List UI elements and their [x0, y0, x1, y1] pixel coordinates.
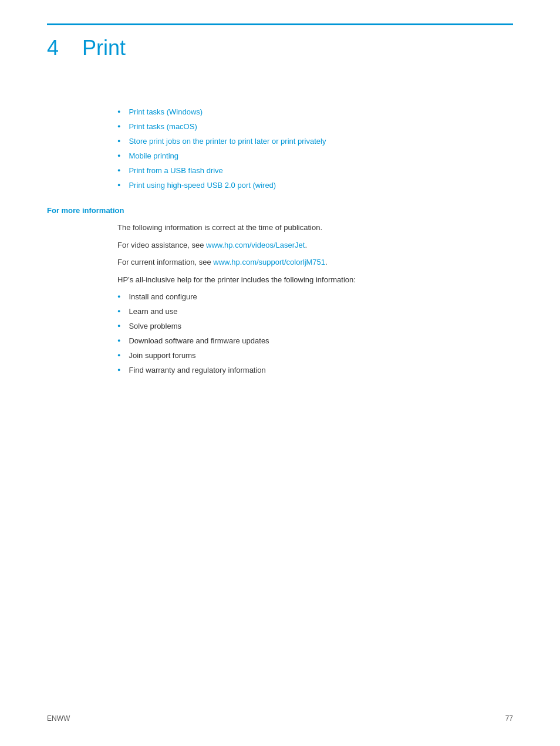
footer-left: ENWW [47, 714, 70, 723]
list-item: Solve problems [117, 322, 513, 330]
toc-link-usb-wired[interactable]: Print using high-speed USB 2.0 port (wir… [129, 181, 276, 190]
info-list: Install and configure Learn and use Solv… [117, 292, 513, 374]
list-item: Find warranty and regulatory information [117, 366, 513, 374]
list-item: Print tasks (macOS) [117, 122, 513, 131]
body-paragraph-4: HP’s all-inclusive help for the printer … [117, 274, 513, 286]
toc-link-windows[interactable]: Print tasks (Windows) [129, 107, 203, 116]
list-item: Print tasks (Windows) [117, 107, 513, 116]
footer-right: 77 [505, 714, 513, 723]
chapter-header: 4 Print [47, 36, 513, 60]
toc-link-usb-flash[interactable]: Print from a USB flash drive [129, 166, 222, 175]
section-heading: For more information [47, 206, 513, 215]
chapter-title: Print [82, 36, 126, 60]
body-paragraph-3: For current information, see www.hp.com/… [117, 256, 513, 268]
list-item: Download software and firmware updates [117, 336, 513, 345]
hp-support-link[interactable]: www.hp.com/support/colorljM751 [213, 258, 325, 266]
list-item: Install and configure [117, 292, 513, 301]
list-item: Print from a USB flash drive [117, 166, 513, 175]
page: 4 Print Print tasks (Windows) Print task… [0, 0, 560, 746]
list-item: Mobile printing [117, 151, 513, 160]
toc-list: Print tasks (Windows) Print tasks (macOS… [117, 107, 513, 190]
list-item: Store print jobs on the printer to print… [117, 137, 513, 146]
footer: ENWW 77 [47, 714, 513, 723]
list-item: Print using high-speed USB 2.0 port (wir… [117, 181, 513, 190]
list-item: Join support forums [117, 351, 513, 360]
toc-link-macos[interactable]: Print tasks (macOS) [129, 122, 197, 131]
chapter-number: 4 [47, 36, 70, 60]
toc-link-store-jobs[interactable]: Store print jobs on the printer to print… [129, 137, 326, 146]
body-paragraph-1: The following information is correct at … [117, 222, 513, 234]
body-paragraph-2: For video assistance, see www.hp.com/vid… [117, 239, 513, 251]
list-item: Learn and use [117, 307, 513, 316]
top-rule [47, 23, 513, 25]
hp-videos-link[interactable]: www.hp.com/videos/LaserJet [206, 241, 305, 249]
toc-link-mobile[interactable]: Mobile printing [129, 151, 178, 160]
